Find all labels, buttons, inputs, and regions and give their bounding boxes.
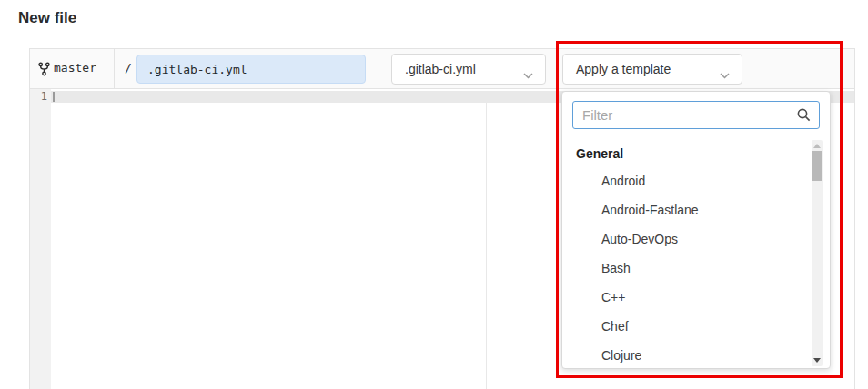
filter-field-wrap (572, 101, 820, 129)
toolbar-divider (114, 49, 115, 89)
chevron-down-icon (523, 67, 533, 74)
template-filter-input[interactable] (572, 101, 820, 129)
dropdown-scrollbar[interactable] (812, 140, 823, 366)
filename-suggestion-value: .gitlab-ci.yml (405, 62, 476, 76)
scroll-down-icon[interactable] (813, 358, 821, 363)
print-margin-ruler (486, 103, 487, 389)
template-option-android[interactable]: Android (562, 166, 808, 195)
template-option-cpp[interactable]: C++ (562, 283, 808, 312)
path-separator: / (125, 61, 132, 75)
filename-input[interactable] (136, 55, 366, 84)
editor-gutter: 1 (30, 89, 51, 389)
scrollbar-thumb[interactable] (812, 151, 822, 181)
chevron-down-icon (720, 67, 730, 74)
template-option-clojure[interactable]: Clojure (562, 341, 808, 364)
search-icon (796, 107, 812, 123)
template-option-android-fastlane[interactable]: Android-Fastlane (562, 195, 808, 224)
branch-name: master (54, 61, 96, 75)
template-group-header: General (562, 141, 808, 166)
text-cursor (53, 92, 55, 102)
template-option-bash[interactable]: Bash (562, 254, 808, 283)
git-branch-icon (37, 62, 51, 76)
line-number: 1 (30, 91, 47, 103)
template-option-auto-devops[interactable]: Auto-DevOps (562, 224, 808, 254)
page-title: New file (18, 9, 76, 27)
template-option-chef[interactable]: Chef (562, 312, 808, 341)
scroll-up-icon[interactable] (813, 144, 821, 148)
template-dropdown-panel: General Android Android-Fastlane Auto-De… (561, 91, 831, 369)
file-editor-toolbar: master / .gitlab-ci.yml Apply a template (30, 49, 854, 89)
template-list: General Android Android-Fastlane Auto-De… (562, 141, 808, 364)
apply-template-label: Apply a template (576, 62, 671, 76)
apply-template-dropdown-button[interactable]: Apply a template (562, 54, 742, 85)
filename-suggestion-select[interactable]: .gitlab-ci.yml (391, 54, 546, 85)
